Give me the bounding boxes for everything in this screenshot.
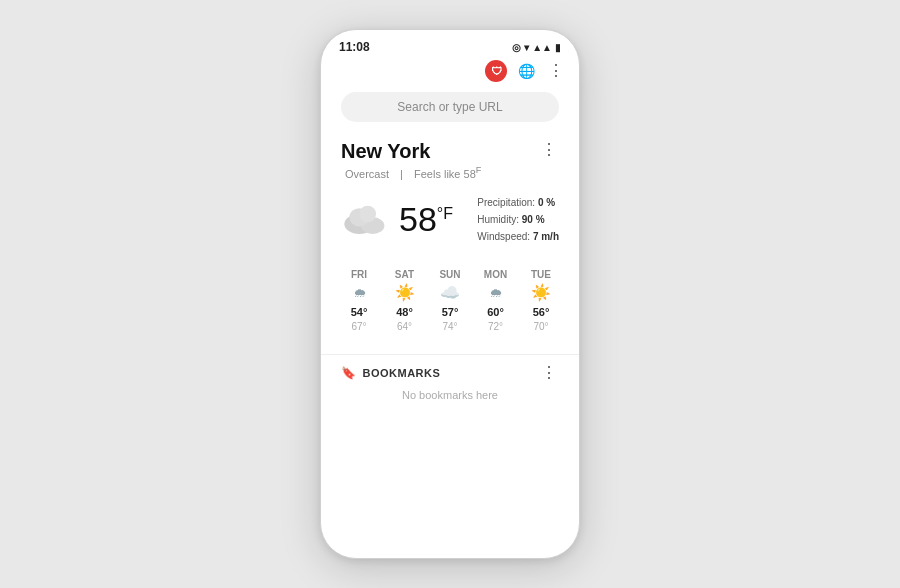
- forecast-fri: FRI 🌧 54° 67°: [341, 269, 377, 332]
- forecast-mon: MON 🌧 60° 72°: [478, 269, 514, 332]
- temp-high-tue: 70°: [533, 321, 548, 332]
- city-name: New York: [341, 140, 485, 163]
- humidity-row: Humidity: 90 %: [477, 211, 559, 228]
- forecast-sat: SAT ☀️ 48° 64°: [387, 269, 423, 332]
- signal-icon: ▲▲: [532, 42, 552, 53]
- sun-icon-tue: ☀️: [531, 283, 551, 303]
- weather-location-info: New York Overcast | Feels like 58F: [341, 140, 485, 180]
- rain-icon-fri: 🌧: [353, 283, 366, 303]
- status-bar: 11:08 ◎ ▾ ▲▲ ▮: [321, 30, 579, 58]
- day-label-sun: SUN: [439, 269, 460, 280]
- feels-like-text: Feels like 58F: [414, 168, 481, 180]
- browser-toolbar: 🛡 🌐 ⋮: [321, 58, 579, 88]
- day-label-tue: TUE: [531, 269, 551, 280]
- search-input[interactable]: Search or type URL: [341, 92, 559, 122]
- forecast-tue: TUE ☀️ 56° 70°: [523, 269, 559, 332]
- temp-unit: °F: [437, 204, 453, 221]
- temp-high-sun: 74°: [442, 321, 457, 332]
- bookmarks-section: 🔖 BOOKMARKS ⋮ No bookmarks here: [321, 363, 579, 401]
- battery-icon: ▮: [555, 42, 561, 53]
- search-bar-container: Search or type URL: [321, 88, 579, 132]
- phone-frame: 11:08 ◎ ▾ ▲▲ ▮ 🛡 🌐 ⋮ Search or type URL …: [320, 29, 580, 559]
- forecast-sun: SUN ☁️ 57° 74°: [432, 269, 468, 332]
- weather-main: 58°F Precipitation: 0 % Humidity: 90 % W…: [341, 194, 559, 245]
- temperature-display: 58°F: [399, 200, 453, 239]
- globe-icon[interactable]: 🌐: [515, 60, 537, 82]
- day-label-fri: FRI: [351, 269, 367, 280]
- forecast-row: FRI 🌧 54° 67° SAT ☀️ 48° 64° SUN ☁️ 57° …: [341, 259, 559, 332]
- weather-more-options[interactable]: ⋮: [539, 140, 559, 160]
- bookmark-icon: 🔖: [341, 366, 357, 380]
- temp-high-mon: 72°: [488, 321, 503, 332]
- temp-high-sat: 64°: [397, 321, 412, 332]
- bookmarks-header: 🔖 BOOKMARKS ⋮: [341, 363, 559, 383]
- day-label-sat: SAT: [395, 269, 414, 280]
- weather-subtitle: Overcast | Feels like 58F: [341, 165, 485, 180]
- rain-icon-mon: 🌧: [489, 283, 502, 303]
- shield-icon[interactable]: 🛡: [485, 60, 507, 82]
- weather-left: 58°F: [341, 200, 453, 239]
- separator: |: [400, 168, 406, 180]
- temp-low-sat: 48°: [396, 306, 413, 318]
- cloud-weather-icon: [341, 200, 391, 238]
- content-area: New York Overcast | Feels like 58F ⋮: [321, 132, 579, 340]
- wifi-icon: ▾: [524, 42, 529, 53]
- bookmarks-title: 🔖 BOOKMARKS: [341, 366, 440, 380]
- day-label-mon: MON: [484, 269, 507, 280]
- svg-point-3: [359, 206, 376, 223]
- cloud-icon-sun: ☁️: [440, 283, 460, 303]
- temp-high-fri: 67°: [351, 321, 366, 332]
- sun-icon-sat: ☀️: [395, 283, 415, 303]
- weather-header: New York Overcast | Feels like 58F ⋮: [341, 140, 559, 180]
- more-options-icon[interactable]: ⋮: [545, 60, 567, 82]
- condition-text: Overcast: [345, 168, 389, 180]
- status-time: 11:08: [339, 40, 370, 54]
- no-bookmarks-text: No bookmarks here: [341, 389, 559, 401]
- temp-low-mon: 60°: [487, 306, 504, 318]
- precipitation-row: Precipitation: 0 %: [477, 194, 559, 211]
- windspeed-row: Windspeed: 7 m/h: [477, 228, 559, 245]
- temp-value: 58°F: [399, 200, 453, 238]
- status-icons: ◎ ▾ ▲▲ ▮: [512, 42, 561, 53]
- eye-icon: ◎: [512, 42, 521, 53]
- bookmarks-label: BOOKMARKS: [363, 367, 441, 379]
- weather-details: Precipitation: 0 % Humidity: 90 % Windsp…: [477, 194, 559, 245]
- bookmarks-more-options[interactable]: ⋮: [539, 363, 559, 383]
- temp-low-tue: 56°: [533, 306, 550, 318]
- temp-low-fri: 54°: [351, 306, 368, 318]
- section-divider: [321, 354, 579, 355]
- temp-low-sun: 57°: [442, 306, 459, 318]
